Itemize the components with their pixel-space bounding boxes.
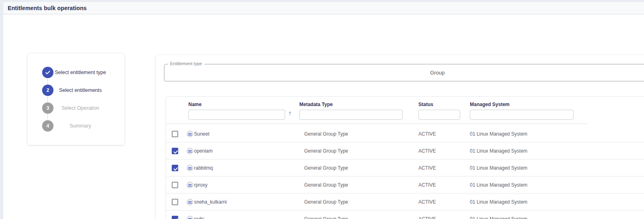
step-label: Select entitlements (53, 87, 124, 93)
row-metadata-type: General Group Type (304, 210, 348, 219)
table-row[interactable]: Suneet General Group Type ACTIVE 01 Linu… (166, 125, 644, 142)
managed-system-filter-input[interactable] (470, 110, 574, 120)
step-indicator: 3 (42, 102, 53, 114)
stepper-step[interactable]: 3 Select Operation (28, 99, 124, 117)
row-status: ACTIVE (418, 210, 436, 219)
row-name: openiam (194, 142, 213, 159)
row-managed-system: 01 Linux Managed System (470, 159, 527, 176)
table-row[interactable]: sneha_kulkarni General Group Type ACTIVE… (166, 193, 644, 210)
row-metadata-type: General Group Type (304, 142, 348, 159)
row-managed-system: 01 Linux Managed System (470, 142, 527, 159)
group-icon (187, 148, 193, 154)
row-managed-system: 01 Linux Managed System (470, 193, 527, 210)
check-icon (45, 70, 51, 75)
entitlements-table: Name ↑ Metadata Type Status Managed Syst… (166, 96, 644, 219)
step-indicator (42, 67, 53, 78)
group-icon (187, 199, 193, 205)
header-divider (166, 123, 587, 124)
step-indicator: 4 (42, 120, 53, 132)
row-name: sneha_kulkarni (194, 193, 227, 210)
table-row[interactable]: openiam General Group Type ACTIVE 01 Lin… (166, 142, 644, 159)
row-status: ACTIVE (418, 142, 436, 159)
group-icon (187, 182, 193, 188)
status-filter-input[interactable] (418, 110, 460, 120)
row-name: rproxy (194, 176, 207, 193)
row-checkbox[interactable] (172, 182, 178, 188)
entitlement-type-field: Entitlement type Group (164, 64, 644, 81)
stepper-step[interactable]: 4 Summary (28, 117, 124, 135)
stepper-step[interactable]: 2 Select entitlements (28, 81, 124, 99)
row-managed-system: 01 Linux Managed System (470, 210, 527, 219)
table-row[interactable]: rproxy General Group Type ACTIVE 01 Linu… (166, 176, 644, 193)
row-name: redis (194, 210, 205, 219)
row-status: ACTIVE (418, 176, 436, 193)
row-status: ACTIVE (418, 159, 436, 176)
column-header-name[interactable]: Name (188, 102, 285, 107)
row-managed-system: 01 Linux Managed System (470, 176, 527, 193)
row-checkbox[interactable] (172, 148, 178, 154)
row-metadata-type: General Group Type (304, 159, 348, 176)
row-status: ACTIVE (418, 125, 436, 142)
step-number: 4 (47, 123, 49, 129)
table-header: Name ↑ Metadata Type Status Managed Syst… (166, 97, 644, 123)
metadata-type-filter-input[interactable] (299, 110, 403, 120)
row-checkbox[interactable] (172, 165, 178, 171)
column-header-status[interactable]: Status (418, 102, 460, 107)
column-header-metadata-type[interactable]: Metadata Type (299, 102, 403, 107)
step-number: 2 (47, 87, 49, 93)
step-label: Select Operation (53, 105, 124, 111)
column-header-managed-system[interactable]: Managed System (470, 102, 574, 107)
step-label: Summary (53, 123, 124, 129)
row-status: ACTIVE (418, 193, 436, 210)
table-rows: Suneet General Group Type ACTIVE 01 Linu… (166, 125, 644, 219)
name-filter-input[interactable] (188, 110, 285, 120)
group-icon (187, 131, 193, 137)
row-metadata-type: General Group Type (304, 125, 348, 142)
row-name: rabbitmq (194, 159, 213, 176)
sort-arrow-up-icon[interactable]: ↑ (286, 109, 294, 116)
stepper-card: Select entitlement type 2 Select entitle… (28, 53, 124, 145)
table-row[interactable]: redis General Group Type ACTIVE 01 Linux… (166, 210, 644, 219)
row-metadata-type: General Group Type (304, 176, 348, 193)
row-checkbox[interactable] (172, 216, 178, 219)
stepper-steps: Select entitlement type 2 Select entitle… (28, 64, 124, 135)
step-number: 3 (47, 105, 49, 111)
group-icon (187, 165, 193, 171)
row-managed-system: 01 Linux Managed System (470, 125, 527, 142)
table-row[interactable]: rabbitmq General Group Type ACTIVE 01 Li… (166, 159, 644, 176)
step-indicator: 2 (42, 85, 53, 96)
entitlement-type-value: Group (164, 64, 644, 81)
page-header: Entitlements bulk operations (3, 2, 644, 14)
stepper-step[interactable]: Select entitlement type (28, 64, 124, 81)
group-icon (187, 216, 193, 219)
row-metadata-type: General Group Type (304, 193, 348, 210)
page-title: Entitlements bulk operations (8, 5, 87, 11)
row-name: Suneet (194, 125, 209, 142)
entitlements-panel: Entitlement type Group Name ↑ Metadata T… (156, 55, 644, 219)
content-surface: Select entitlement type 2 Select entitle… (3, 15, 644, 219)
entitlement-type-label: Entitlement type (168, 61, 204, 66)
row-checkbox[interactable] (172, 131, 178, 137)
row-checkbox[interactable] (172, 199, 178, 205)
step-label: Select entitlement type (53, 70, 124, 75)
